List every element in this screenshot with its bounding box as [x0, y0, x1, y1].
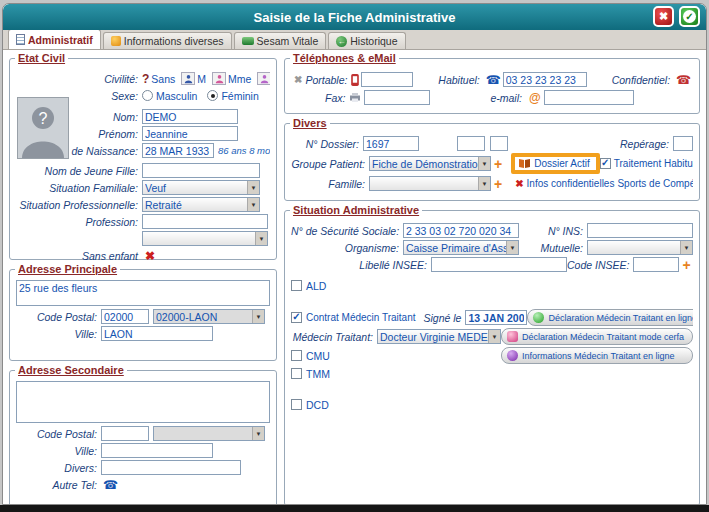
tab-bar: Administratif Informations diverses Sesa…: [3, 30, 706, 50]
patient-photo[interactable]: ?: [17, 97, 69, 159]
code-postal-input[interactable]: [101, 309, 149, 324]
highlight-annotation: Dossier Actif: [511, 153, 600, 174]
declaration-mt-en-ligne-button[interactable]: Déclaration Médecin Traitant en ligne: [527, 309, 693, 326]
code-postal-2-input[interactable]: [101, 426, 149, 441]
civilite-option-mle[interactable]: Mle: [257, 72, 270, 85]
commune-2-select[interactable]: ▼: [153, 426, 265, 441]
sexe-masculin-radio[interactable]: [142, 90, 153, 101]
situation-familiale-select[interactable]: Veuf ▼: [142, 180, 260, 195]
civilite-label: Civilité:: [16, 73, 142, 85]
chevron-down-icon: ▼: [478, 157, 490, 170]
autre-tel-row: Autre Tel: ☎: [16, 477, 270, 492]
signe-le-input[interactable]: [465, 310, 527, 325]
situation-professionnelle-select[interactable]: Retraité ▼: [142, 197, 260, 212]
sexe-feminin-radio[interactable]: [207, 90, 218, 101]
age-text: 86 ans 8 mois 4 j: [218, 145, 270, 156]
famille-select[interactable]: ▼: [369, 176, 491, 191]
insee-row: Libellé INSEE: Code INSEE: +: [291, 257, 693, 272]
dossier-book-icon: [518, 158, 531, 169]
portable-input[interactable]: [361, 72, 413, 87]
dcd-row: DCD: [291, 397, 693, 412]
sans-enfant-label: Sans enfant: [16, 250, 142, 262]
ville-2-input[interactable]: [101, 443, 213, 458]
girl-icon: [257, 72, 270, 85]
traitement-habituel-checkbox[interactable]: [600, 158, 611, 169]
email-input[interactable]: [544, 90, 634, 105]
medecin-traitant-select[interactable]: Docteur Virginie MEDECIN RP ▼: [377, 329, 501, 344]
groupe-patient-select[interactable]: Fiche de Démonstration ▼: [369, 156, 491, 171]
sans-enfant-cross-icon[interactable]: ✖: [145, 249, 155, 263]
add-code-insee-button[interactable]: +: [682, 259, 690, 271]
clear-phone-icon[interactable]: ✖: [294, 74, 302, 85]
chevron-down-icon: ▼: [488, 330, 500, 343]
group-title-situation-administrative: Situation Administrative: [290, 204, 422, 216]
contrat-mt-checkbox[interactable]: [291, 312, 302, 323]
adresse-principale-input[interactable]: 25 rue des fleurs: [16, 280, 270, 306]
medecin-traitant-value: Docteur Virginie MEDECIN RP: [380, 331, 488, 343]
profession-input[interactable]: [142, 214, 268, 229]
cancel-button[interactable]: ✖: [653, 6, 674, 27]
fax-input[interactable]: [364, 90, 430, 105]
ald-row: ALD: [291, 278, 693, 293]
mutuelle-select[interactable]: ▼: [587, 240, 693, 255]
nom-input[interactable]: [142, 109, 238, 124]
chevron-down-icon: ▼: [247, 198, 259, 211]
informations-mt-en-ligne-button[interactable]: Informations Médecin Traitant en ligne: [501, 347, 693, 364]
habituel-input[interactable]: [503, 72, 587, 87]
chevron-down-icon: ▼: [506, 241, 518, 254]
tab-sesam-vitale[interactable]: Sesam Vitale: [234, 32, 327, 49]
tmm-checkbox[interactable]: [291, 368, 302, 379]
declaration-mt-cerfa-button[interactable]: Déclaration Médecin Traitant mode cerfa: [501, 328, 693, 345]
ins-input[interactable]: [587, 223, 693, 238]
n-dossier-input[interactable]: [363, 136, 419, 151]
habituel-label: Habituel:: [438, 74, 483, 86]
tab-administratif[interactable]: Administratif: [8, 29, 101, 49]
organisme-select[interactable]: Caisse Primaire d'Assur ▼: [403, 240, 519, 255]
tab-historique[interactable]: Historique: [328, 32, 405, 49]
dossier-sub-field-2[interactable]: [490, 136, 508, 151]
tab-label: Administratif: [28, 34, 93, 46]
validate-button[interactable]: ✓: [679, 6, 700, 27]
divers-adresse-input[interactable]: [101, 460, 241, 475]
ville-input[interactable]: [101, 326, 213, 341]
civilite-option-label: M: [197, 73, 206, 85]
adresse-secondaire-input[interactable]: [16, 381, 270, 423]
sports-competition-link[interactable]: Sports de Compétition: [617, 178, 693, 189]
reperage-input[interactable]: [673, 136, 693, 151]
situation-professionnelle-row: Situation Professionnelle: Retraité ▼: [16, 197, 270, 212]
infos-confidentielles-link[interactable]: Infos confidentielles: [527, 178, 615, 189]
tab-label: Historique: [350, 35, 397, 47]
ald-checkbox[interactable]: [291, 280, 302, 291]
civilite-row: Civilité: ? Sans M Mme M: [16, 71, 270, 86]
purple-orb-icon: [507, 350, 518, 361]
tab-informations-diverses[interactable]: Informations diverses: [103, 32, 232, 49]
add-groupe-patient-button[interactable]: +: [494, 158, 502, 170]
date-naissance-input[interactable]: [142, 143, 214, 158]
cmu-checkbox[interactable]: [291, 350, 302, 361]
situation-professionnelle-value: Retraité: [145, 199, 247, 211]
dcd-checkbox[interactable]: [291, 399, 302, 410]
group-etat-civil: Etat Civil ? Civilité: ? Sans: [9, 58, 277, 260]
habituel-phone-icon: ☎: [486, 74, 501, 86]
civilite-option-sans[interactable]: ? Sans: [142, 72, 175, 86]
secu-input[interactable]: [403, 223, 519, 238]
civilite-option-mme[interactable]: Mme: [212, 72, 251, 85]
code-postal-2-label: Code Postal:: [16, 428, 101, 440]
nom-jeune-fille-input[interactable]: [142, 163, 260, 178]
group-title-adresse-principale: Adresse Principale: [15, 263, 120, 275]
civilite-option-m[interactable]: M: [181, 72, 206, 85]
add-famille-button[interactable]: +: [494, 178, 502, 190]
profession-label: Profession:: [16, 216, 142, 228]
code-insee-input[interactable]: [633, 257, 679, 272]
dossier-sub-field-1[interactable]: [457, 136, 485, 151]
situation-familiale-label: Situation Familiale:: [16, 182, 142, 194]
dossier-actif-link[interactable]: Dossier Actif: [534, 158, 590, 169]
prenom-input[interactable]: [142, 126, 238, 141]
libelle-insee-label: Libellé INSEE:: [291, 259, 431, 271]
question-icon: ?: [142, 72, 149, 86]
commune-select[interactable]: 02000-LAON ▼: [153, 309, 265, 324]
libelle-insee-input[interactable]: [431, 257, 567, 272]
profession-liste-select[interactable]: ▼: [142, 231, 268, 246]
confidentiel-phone-icon[interactable]: ☎: [676, 74, 691, 86]
n-dossier-label: N° Dossier:: [291, 138, 363, 150]
